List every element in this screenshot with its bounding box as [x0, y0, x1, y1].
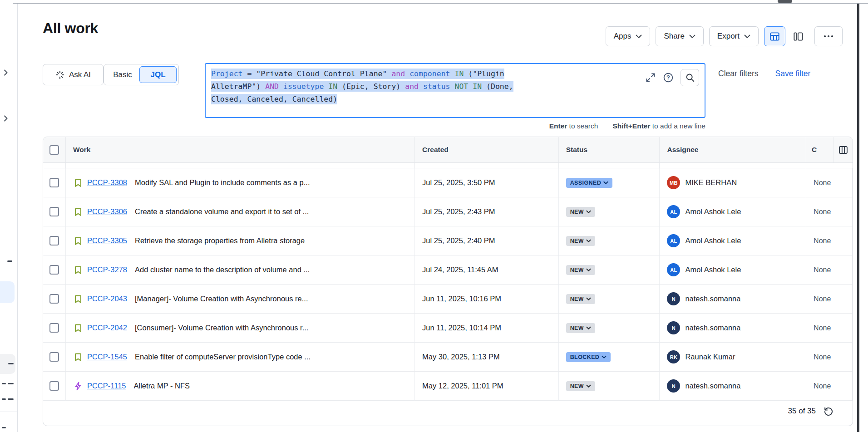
issue-key-link[interactable]: PCCP-1545	[87, 353, 127, 361]
apps-button[interactable]: Apps	[606, 26, 651, 46]
column-header-assignee[interactable]: Assignee	[660, 137, 806, 162]
created-value: May 30, 2025, 1:13 PM	[422, 353, 500, 361]
ellipsis-icon	[824, 35, 833, 38]
issue-key-link[interactable]: PCCP-3308	[87, 178, 127, 187]
main-content: All work Apps Share Export Ask AI	[18, 4, 868, 432]
column-header-status[interactable]: Status	[559, 137, 660, 162]
chevron-right-icon[interactable]	[4, 69, 9, 76]
table-row[interactable]: PCCP-1545 Enable filter of computeServer…	[43, 343, 853, 372]
c-value: None	[814, 324, 831, 332]
avatar: N	[667, 292, 680, 305]
columns-icon	[838, 145, 848, 155]
chevron-right-icon[interactable]	[4, 115, 9, 122]
table-row[interactable]: PCCP-3305 Retrieve the storage propertie…	[43, 226, 853, 255]
column-header-created[interactable]: Created	[415, 137, 559, 162]
sidebar-item-fragment	[2, 398, 6, 400]
table-row[interactable]: PCCP-3278 Add cluster name to the descri…	[43, 255, 853, 285]
assignee-name: Amol Ashok Lele	[685, 207, 741, 216]
status-badge[interactable]: NEW	[566, 207, 595, 217]
jql-code[interactable]: Project = "Private Cloud Control Plane" …	[211, 68, 645, 113]
table-row[interactable]: PCCP-2043 [Manager]- Volume Creation wit…	[43, 285, 853, 314]
avatar: AL	[667, 234, 680, 247]
issue-key-link[interactable]: PCCP-3278	[87, 265, 127, 274]
configure-columns-button[interactable]	[835, 142, 851, 157]
row-checkbox[interactable]	[49, 381, 59, 391]
status-badge[interactable]: NEW	[566, 294, 595, 304]
help-icon[interactable]: ?	[663, 72, 674, 83]
export-button[interactable]: Export	[709, 26, 759, 46]
status-badge[interactable]: NEW	[566, 265, 595, 275]
issue-summary: Retrieve the storage properties from All…	[135, 236, 305, 245]
detail-view-button[interactable]	[788, 26, 809, 46]
sidebar	[0, 4, 18, 432]
assignee-name: natesh.somanna	[685, 324, 740, 332]
issue-key-link[interactable]: PCCP-1115	[87, 382, 126, 390]
search-button[interactable]	[681, 69, 699, 86]
issue-key-link[interactable]: PCCP-2042	[87, 324, 127, 332]
issue-key-link[interactable]: PCCP-2043	[87, 295, 127, 303]
work-table: Work Created Status Assignee C PCCP-3308…	[43, 137, 853, 426]
ask-ai-button[interactable]: Ask AI	[43, 64, 104, 85]
table-row[interactable]: PCCP-3308 Modify SAL and Plugin to inclu…	[43, 168, 853, 197]
share-button[interactable]: Share	[656, 26, 703, 46]
avatar: AL	[667, 263, 680, 276]
sidebar-hovered-item[interactable]	[0, 354, 15, 374]
table-row[interactable]: PCCP-3306 Create a standalone volume and…	[43, 197, 853, 226]
view-switcher	[764, 26, 809, 46]
c-value: None	[814, 266, 831, 274]
row-checkbox[interactable]	[49, 178, 59, 187]
chevron-down-icon	[744, 34, 750, 39]
row-checkbox[interactable]	[49, 352, 59, 362]
sidebar-selected-item[interactable]	[0, 281, 15, 303]
status-badge[interactable]: NEW	[566, 323, 595, 333]
refresh-button[interactable]	[823, 405, 834, 417]
row-checkbox[interactable]	[49, 265, 59, 275]
status-badge[interactable]: ASSIGNED	[566, 178, 613, 188]
story-icon	[73, 265, 83, 275]
shift-enter-hint: Shift+Enter to add a new line	[612, 122, 705, 130]
story-icon	[73, 323, 83, 333]
created-value: Jun 11, 2025, 10:16 PM	[422, 295, 501, 303]
assignee-name: natesh.somanna	[685, 295, 740, 303]
enter-hint: Enter to search	[549, 122, 598, 130]
row-checkbox[interactable]	[49, 236, 59, 245]
issue-key-link[interactable]: PCCP-3305	[87, 236, 127, 245]
status-badge[interactable]: BLOCKED	[566, 352, 611, 362]
status-badge[interactable]: NEW	[566, 236, 595, 246]
row-checkbox[interactable]	[49, 294, 59, 304]
avatar: MB	[667, 176, 680, 189]
save-filter-button[interactable]: Save filter	[775, 69, 811, 79]
basic-mode-button[interactable]: Basic	[106, 70, 139, 79]
row-checkbox[interactable]	[49, 323, 59, 333]
table-view-button[interactable]	[764, 26, 785, 46]
sidebar-item-fragment	[7, 260, 12, 262]
status-badge[interactable]: NEW	[566, 381, 595, 391]
chevron-down-icon	[586, 297, 591, 301]
column-header-c[interactable]: C	[806, 137, 833, 162]
jql-mode-button[interactable]: JQL	[139, 66, 177, 83]
window-right-edge	[857, 4, 859, 432]
column-header-work[interactable]: Work	[66, 137, 415, 162]
table-row[interactable]: PCCP-1115 Alletra MP - NFS May 12, 2025,…	[43, 372, 853, 401]
sidebar-item-fragment	[8, 383, 14, 384]
chevron-down-icon	[603, 181, 608, 185]
table-body: PCCP-3308 Modify SAL and Plugin to inclu…	[43, 168, 853, 401]
jql-editor[interactable]: Project = "Private Cloud Control Plane" …	[205, 63, 705, 118]
issue-key-link[interactable]: PCCP-3306	[87, 207, 127, 216]
row-checkbox[interactable]	[49, 207, 59, 216]
epic-icon	[73, 381, 83, 391]
expand-icon[interactable]	[645, 72, 656, 83]
chevron-down-icon	[689, 34, 695, 39]
story-icon	[73, 294, 83, 304]
clear-filters-button[interactable]: Clear filters	[718, 69, 759, 79]
chevron-down-icon	[586, 210, 591, 214]
c-value: None	[814, 208, 831, 216]
table-view-icon	[769, 31, 780, 42]
table-row[interactable]: PCCP-2042 [Consumer]- Volume Creation wi…	[43, 314, 853, 343]
created-value: May 12, 2025, 11:01 PM	[422, 382, 503, 390]
more-actions-button[interactable]	[814, 26, 843, 46]
chevron-down-icon	[586, 326, 591, 330]
select-all-checkbox[interactable]	[49, 145, 59, 155]
sidebar-item-fragment	[8, 398, 14, 400]
created-value: Jul 25, 2025, 3:50 PM	[422, 178, 495, 187]
